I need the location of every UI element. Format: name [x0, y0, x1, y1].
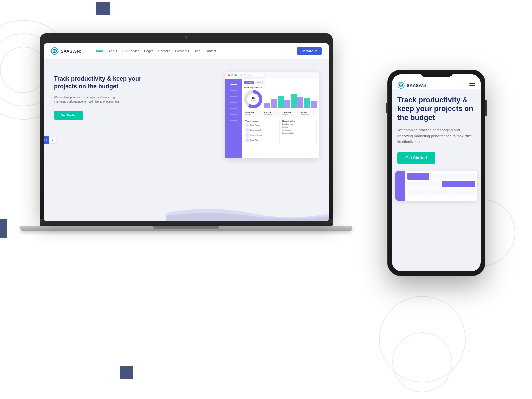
contact-avatar-4	[245, 138, 249, 142]
contact-1: Brian Pearson	[245, 123, 278, 127]
phone-side-button-left	[386, 103, 387, 113]
stat-val-1: 4.99 Gb	[245, 111, 260, 114]
sidebar-item-4[interactable]	[225, 99, 242, 105]
nav-about[interactable]: About	[108, 49, 117, 53]
sidebar-item-6[interactable]	[225, 111, 242, 117]
contact-info-4: Frank Alice	[250, 139, 259, 141]
menu-line-3	[469, 87, 475, 87]
dashboard-body: Details Week Monthly statistic 18 tasks	[225, 79, 319, 158]
donut-chart: 18 tasks	[244, 90, 262, 108]
laptop-screen: SAASWeb Home About Our Service Pages Por…	[44, 43, 329, 221]
phone-card-5	[442, 181, 475, 187]
laptop-bottom	[20, 226, 352, 231]
stat-lbl-4: free space	[301, 114, 316, 116]
donut-label: tasks	[251, 100, 255, 102]
nav-our-service[interactable]: Our Service	[122, 49, 140, 53]
laptop-camera	[185, 36, 188, 39]
phone-dash-inner	[395, 171, 477, 201]
sidebar-item-1[interactable]	[225, 81, 242, 87]
task-1: Board meeting	[282, 123, 315, 125]
task-3: Conference	[282, 129, 315, 131]
stat-section-title: Monthly statistic	[244, 86, 317, 89]
nav-pages[interactable]: Pages	[144, 49, 153, 53]
phone-dashboard-preview	[395, 171, 477, 201]
bg-decoration-circle-4	[379, 296, 466, 382]
contact-info-2: Brian Alexander	[250, 129, 262, 131]
contact-3: Carolyn Simone	[245, 133, 278, 137]
hero-title: Track productivity & keep your projects …	[54, 75, 160, 91]
phone-body: SAASWeb Track productivity & keep your p…	[387, 70, 485, 276]
tab-week[interactable]: Week	[255, 81, 264, 84]
saas-logo-icon	[51, 47, 59, 55]
settings-button[interactable]: ⚙	[44, 136, 49, 144]
dashboard-sidebar	[225, 79, 242, 158]
laptop-body: SAASWeb Home About Our Service Pages Por…	[40, 33, 332, 219]
bar-4	[284, 100, 290, 108]
logo-bold: SAAS	[61, 49, 72, 54]
phone-mockup: SAASWeb Track productivity & keep your p…	[387, 70, 485, 276]
menu-line-2	[469, 85, 475, 86]
bar-1	[264, 103, 270, 109]
task-4: Project deadline	[282, 132, 315, 134]
phone-card-4	[407, 181, 441, 187]
bg-decoration-square-4	[0, 219, 7, 238]
stat-lbl-3: images	[282, 114, 297, 116]
contact-2: Brian Alexander	[245, 128, 278, 132]
dashboard-tabs: Details Week	[244, 81, 317, 84]
nav-elements[interactable]: Elements	[175, 49, 189, 53]
nav-contact[interactable]: Contact	[205, 49, 216, 53]
stat-card-free: 15 Gb free space	[300, 110, 317, 117]
sidebar-item-2[interactable]	[225, 87, 242, 93]
phone-dash-row-1	[407, 173, 475, 180]
bar-chart	[264, 90, 317, 108]
stat-lbl-1: storage	[245, 114, 260, 116]
tab-details[interactable]: Details	[244, 81, 254, 84]
bg-decoration-square-1	[96, 2, 110, 15]
nav-blog[interactable]: Blog	[194, 49, 200, 53]
phone-logo-bold: SAAS	[407, 83, 419, 88]
stat-val-2: 1.97 Gb	[264, 111, 279, 114]
nav-portfolio[interactable]: Portfolio	[158, 49, 171, 53]
contact-4: Frank Alice	[245, 138, 278, 142]
task-info-3: Conference	[282, 129, 291, 131]
phone-hero-section: Track productivity & keep your projects …	[392, 89, 481, 171]
hero-description: We combine practice of managing and anal…	[54, 95, 127, 104]
sidebar-item-5[interactable]	[225, 105, 242, 111]
task-info-4: Project deadline	[282, 132, 294, 134]
phone-screen: SAASWeb Track productivity & keep your p…	[392, 74, 481, 271]
phone-dash-row-2	[407, 181, 475, 187]
phone-dash-sidebar	[395, 171, 405, 201]
phone-dash-content	[405, 171, 477, 201]
bar-2	[271, 99, 277, 109]
phone-hero-description: We combine practice of managing and anal…	[397, 127, 475, 145]
prev-arrow-button[interactable]: ‹	[49, 137, 56, 143]
stat-card-storage: 4.99 Gb storage	[244, 110, 261, 117]
phone-notch	[420, 70, 453, 77]
donut-number: 18	[252, 97, 255, 100]
bg-decoration-circle-5	[392, 332, 452, 392]
contact-avatar-3	[245, 133, 249, 137]
phone-hero-title: Track productivity & keep your projects …	[397, 96, 475, 122]
donut-inner: 18 tasks	[247, 93, 259, 105]
phone-get-started-button[interactable]: Get Started	[397, 152, 435, 164]
get-started-button[interactable]: Get Started	[54, 111, 83, 120]
task-info-1: Board meeting	[282, 123, 293, 125]
hero-wave-decoration	[166, 205, 329, 221]
laptop-mockup: SAASWeb Home About Our Service Pages Por…	[40, 33, 332, 249]
sidebar-item-7[interactable]	[225, 117, 242, 123]
bar-5	[291, 94, 297, 108]
contacts-tasks-row: Your contacts Brian Pearson Brian Alexan…	[244, 119, 317, 144]
nav-links: Home About Our Service Pages Portfolio E…	[95, 49, 216, 53]
hamburger-menu-icon[interactable]	[469, 83, 475, 87]
contact-us-button[interactable]: Contact Us	[297, 47, 322, 55]
contacts-panel: Your contacts Brian Pearson Brian Alexan…	[244, 119, 280, 144]
laptop-hero-section: ⚙ ‹ Track productivity & keep your proje…	[44, 59, 329, 221]
phone-card-2	[430, 173, 452, 180]
nav-home[interactable]: Home	[95, 49, 104, 53]
phone-logo-text: SAASWeb	[407, 83, 428, 88]
dashboard-search[interactable]: 🔍 Search	[238, 73, 265, 78]
sidebar-item-3[interactable]	[225, 93, 242, 99]
hero-right-content: 🔍 Search	[166, 68, 319, 221]
tasks-title: Recent tasks	[282, 120, 315, 122]
stat-val-4: 15 Gb	[301, 111, 316, 114]
